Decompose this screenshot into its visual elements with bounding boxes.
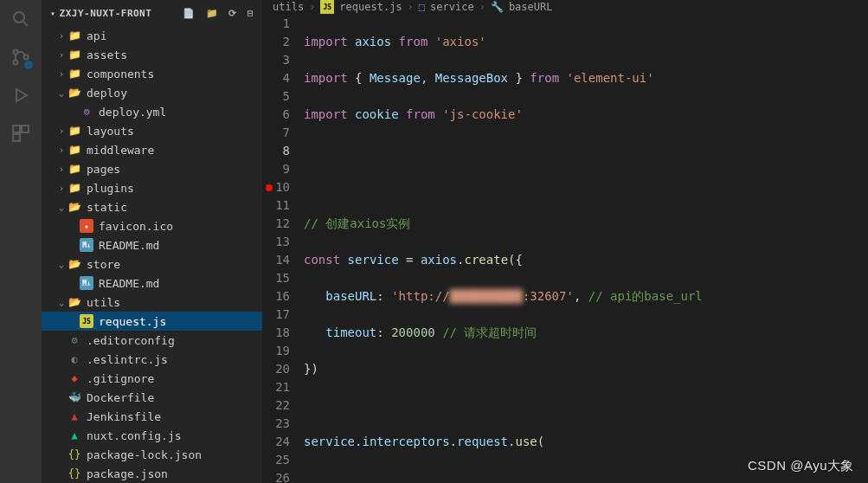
svg-point-3 — [24, 55, 29, 60]
extensions-icon[interactable] — [10, 123, 31, 144]
new-folder-icon[interactable]: 📁 — [206, 8, 219, 19]
project-header[interactable]: ▾ZXJY-NUXT-FRONT 📄 📁 ⟳ ⊟ — [42, 0, 262, 26]
tree-folder-deploy[interactable]: ⌄📂deploy — [42, 83, 262, 102]
tree-file-pkg[interactable]: {}package.json — [42, 464, 262, 483]
svg-rect-5 — [22, 126, 29, 132]
breadcrumb-symbol[interactable]: service — [430, 1, 474, 13]
tree-file-pkglock[interactable]: {}package-lock.json — [42, 445, 262, 464]
watermark: CSDN @Ayu大象 — [748, 458, 854, 474]
source-control-icon[interactable] — [10, 47, 31, 68]
code-content[interactable]: import axios from 'axios' import { Messa… — [304, 15, 868, 483]
svg-point-0 — [14, 12, 24, 23]
breadcrumb-folder[interactable]: utils — [273, 1, 304, 13]
tree-folder-pages[interactable]: ›📁pages — [42, 159, 262, 178]
project-name: ZXJY-NUXT-FRONT — [60, 8, 152, 19]
redacted-host: ██████████ — [450, 289, 523, 303]
tree-folder-store[interactable]: ⌄📂store — [42, 254, 262, 274]
tree-folder-api[interactable]: ›📁api — [42, 26, 262, 45]
code-editor[interactable]: 1234567891011121314151617181920212223242… — [262, 15, 868, 483]
collapse-icon[interactable]: ⊟ — [248, 8, 254, 19]
tree-file-request-js[interactable]: JSrequest.js — [42, 312, 262, 331]
tree-file-deploy-yml[interactable]: ⚙deploy.yml — [42, 102, 262, 121]
run-debug-icon[interactable] — [10, 85, 31, 106]
svg-rect-6 — [13, 134, 20, 141]
svg-rect-4 — [13, 126, 20, 132]
search-icon[interactable] — [10, 9, 31, 29]
js-file-icon: JS — [320, 0, 334, 14]
svg-point-1 — [14, 50, 18, 55]
property-icon: 🔧 — [491, 1, 504, 13]
file-tree: ›📁api ›📁assets ›📁components ⌄📂deploy ⚙de… — [42, 26, 262, 483]
new-file-icon[interactable]: 📄 — [183, 8, 196, 19]
svg-point-2 — [14, 61, 18, 65]
tree-folder-assets[interactable]: ›📁assets — [42, 45, 262, 64]
tree-file-jenkinsfile[interactable]: ▲Jenkinsfile — [42, 407, 262, 426]
tree-file-favicon[interactable]: ★favicon.ico — [42, 216, 262, 235]
tree-folder-utils[interactable]: ⌄📂utils — [42, 293, 262, 312]
activity-bar — [0, 0, 42, 483]
line-gutter: 1234567891011121314151617181920212223242… — [262, 15, 304, 483]
breakpoint-icon[interactable] — [266, 184, 273, 191]
tree-file-readme2[interactable]: M↓README.md — [42, 274, 262, 293]
tree-file-dockerfile[interactable]: 🐳Dockerfile — [42, 388, 262, 407]
editor-pane: utils › JS request.js › ⬚ service › 🔧 ba… — [262, 0, 868, 483]
var-icon: ⬚ — [419, 1, 425, 13]
breadcrumb[interactable]: utils › JS request.js › ⬚ service › 🔧 ba… — [262, 0, 868, 15]
breadcrumb-file[interactable]: request.js — [339, 1, 402, 13]
chevron-right-icon: › — [408, 1, 414, 13]
refresh-icon[interactable]: ⟳ — [228, 8, 237, 19]
explorer-sidebar: ▾ZXJY-NUXT-FRONT 📄 📁 ⟳ ⊟ ›📁api ›📁assets … — [42, 0, 262, 483]
chevron-right-icon: › — [309, 1, 315, 13]
tree-file-readme1[interactable]: M↓README.md — [42, 235, 262, 254]
tree-folder-components[interactable]: ›📁components — [42, 64, 262, 83]
tree-folder-middleware[interactable]: ›📁middleware — [42, 140, 262, 159]
tree-file-gitignore[interactable]: ◆.gitignore — [42, 369, 262, 388]
chevron-right-icon: › — [479, 1, 485, 13]
tree-folder-plugins[interactable]: ›📁plugins — [42, 178, 262, 197]
chevron-down-icon: ▾ — [50, 9, 56, 18]
tree-folder-layouts[interactable]: ›📁layouts — [42, 121, 262, 140]
breadcrumb-prop[interactable]: baseURL — [509, 1, 553, 13]
tree-file-eslintrc[interactable]: ◐.eslintrc.js — [42, 350, 262, 369]
tree-file-editorconfig[interactable]: ⚙.editorconfig — [42, 331, 262, 350]
tree-file-nuxtconfig[interactable]: ▲nuxt.config.js — [42, 426, 262, 445]
tree-folder-static[interactable]: ⌄📂static — [42, 197, 262, 216]
